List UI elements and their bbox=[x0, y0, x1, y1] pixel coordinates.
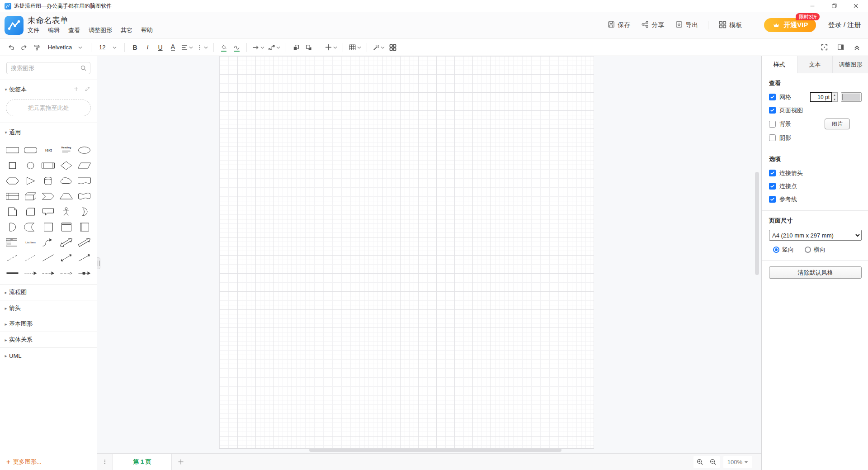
sidebar-section-实体关系[interactable]: ▸实体关系 bbox=[0, 332, 97, 347]
horizontal-scrollbar[interactable] bbox=[309, 448, 561, 452]
shape-list[interactable]: List bbox=[4, 236, 22, 249]
shape-callout[interactable] bbox=[39, 205, 57, 218]
shape-parallelogram[interactable] bbox=[75, 159, 93, 172]
shape-arrow-with-box[interactable] bbox=[75, 266, 93, 280]
shape-process[interactable] bbox=[39, 159, 57, 172]
grid-checkbox[interactable] bbox=[769, 94, 776, 100]
orientation-横向[interactable]: 横向 bbox=[805, 246, 826, 254]
fill-color-button[interactable] bbox=[218, 42, 230, 53]
shape-cube[interactable] bbox=[22, 190, 40, 203]
shape-rounded-rectangle[interactable] bbox=[22, 143, 40, 157]
fullscreen-button[interactable] bbox=[818, 42, 830, 53]
redo-button[interactable] bbox=[18, 42, 30, 53]
shape-cloud[interactable] bbox=[57, 174, 75, 187]
zoom-out-button[interactable] bbox=[707, 456, 720, 468]
close-button[interactable] bbox=[852, 2, 860, 10]
shape-titled-container[interactable] bbox=[57, 220, 75, 233]
more-shapes-link[interactable]: + 更多图形... bbox=[0, 453, 97, 470]
arrow-button[interactable] bbox=[251, 42, 266, 53]
shape-dashed-edge-2[interactable] bbox=[39, 266, 57, 280]
shape-curve[interactable] bbox=[39, 236, 57, 249]
sidebar-section-箭头[interactable]: ▸箭头 bbox=[0, 300, 97, 316]
menu-item-4[interactable]: 其它 bbox=[121, 26, 132, 34]
shape-rectangle[interactable] bbox=[4, 143, 22, 157]
shape-directional-connector[interactable] bbox=[75, 251, 93, 264]
连接箭头-checkbox[interactable] bbox=[769, 170, 776, 176]
panel-right-button[interactable] bbox=[835, 42, 846, 53]
font-color-button[interactable]: A bbox=[167, 42, 179, 53]
shape-tape[interactable] bbox=[75, 190, 93, 203]
shape-hexagon[interactable] bbox=[4, 174, 22, 187]
scratchpad-add-icon[interactable] bbox=[73, 86, 79, 93]
overflow-dots-button[interactable] bbox=[195, 42, 209, 53]
connector-button[interactable] bbox=[267, 42, 282, 53]
add-page-button[interactable] bbox=[172, 454, 190, 470]
search-icon[interactable] bbox=[80, 65, 87, 71]
shape-dashed-edge[interactable] bbox=[22, 266, 40, 280]
shape-or[interactable] bbox=[75, 205, 93, 218]
panel-tab-文本[interactable]: 文本 bbox=[797, 56, 833, 73]
zoom-in-button[interactable] bbox=[693, 456, 707, 468]
bold-button[interactable]: B bbox=[129, 42, 141, 53]
shape-dashed-line[interactable] bbox=[4, 251, 22, 264]
stepper-up-icon[interactable]: ▲ bbox=[832, 93, 837, 97]
shape-vertical-container[interactable] bbox=[75, 220, 93, 233]
grid-color-swatch[interactable] bbox=[841, 92, 862, 102]
shape-text[interactable]: Text bbox=[39, 143, 57, 157]
shape-document[interactable] bbox=[75, 174, 93, 187]
shape-note[interactable] bbox=[4, 205, 22, 218]
shape-internal-storage[interactable] bbox=[4, 190, 22, 203]
font-size-dropdown[interactable]: 12 bbox=[95, 42, 120, 53]
page-tab[interactable]: 第 1 页 bbox=[113, 454, 172, 470]
to-front-button[interactable] bbox=[290, 42, 302, 53]
参考线-checkbox[interactable] bbox=[769, 196, 776, 203]
diagram-canvas[interactable] bbox=[97, 56, 761, 453]
menu-item-2[interactable]: 查看 bbox=[68, 26, 80, 34]
page-size-select[interactable]: A4 (210 mm x 297 mm) bbox=[769, 230, 862, 241]
line-style-button[interactable] bbox=[231, 42, 242, 53]
zoom-level-dropdown[interactable]: 100% bbox=[723, 459, 752, 465]
shape-and[interactable] bbox=[4, 220, 22, 233]
underline-button[interactable]: U bbox=[154, 42, 166, 53]
shape-triangle[interactable] bbox=[22, 174, 40, 187]
panel-tab-调整图形[interactable]: 调整图形 bbox=[833, 56, 868, 73]
undo-button[interactable] bbox=[5, 42, 17, 53]
collapse-up-button[interactable] bbox=[851, 42, 863, 53]
table-button[interactable] bbox=[347, 42, 363, 53]
menu-item-3[interactable]: 调整图形 bbox=[89, 26, 112, 34]
italic-button[interactable]: I bbox=[142, 42, 153, 53]
scratchpad-dropzone[interactable]: 把元素拖至此处 bbox=[6, 100, 91, 116]
align-button[interactable] bbox=[179, 42, 194, 53]
shape-cylinder[interactable] bbox=[39, 174, 57, 187]
shape-dotted-line[interactable] bbox=[22, 251, 40, 264]
orientation-竖向[interactable]: 竖向 bbox=[773, 246, 794, 254]
minimize-button[interactable] bbox=[808, 2, 816, 10]
shape-dotted-edge[interactable] bbox=[57, 266, 75, 280]
shape-circle[interactable] bbox=[22, 159, 40, 172]
wand-button[interactable] bbox=[371, 42, 386, 53]
template-button[interactable]: 模板 bbox=[718, 20, 742, 30]
shape-arrow-shape[interactable] bbox=[75, 236, 93, 249]
shape-bidirectional-connector[interactable] bbox=[57, 251, 75, 264]
general-section-header[interactable]: ▾ 通用 bbox=[0, 123, 97, 142]
shape-square[interactable] bbox=[4, 159, 22, 172]
grid-size-input[interactable] bbox=[810, 92, 832, 102]
clear-default-style-button[interactable]: 清除默认风格 bbox=[769, 266, 862, 279]
shape-container[interactable] bbox=[39, 220, 57, 233]
panel-tab-样式[interactable]: 样式 bbox=[762, 56, 797, 73]
scratchpad-edit-icon[interactable] bbox=[85, 86, 90, 93]
sidebar-resize-handle[interactable] bbox=[97, 257, 100, 269]
shape-heading[interactable]: Heading bbox=[57, 143, 75, 157]
shape-bidirectional-arrow[interactable] bbox=[57, 236, 75, 249]
grid-size-stepper[interactable]: ▲▼ bbox=[832, 92, 838, 102]
shape-data-storage[interactable] bbox=[22, 220, 40, 233]
font-family-dropdown[interactable]: Helvetica bbox=[43, 42, 87, 53]
background-checkbox[interactable] bbox=[769, 121, 776, 128]
diagram-page[interactable] bbox=[219, 56, 594, 449]
连接点-checkbox[interactable] bbox=[769, 183, 776, 190]
shape-list-item[interactable]: List Item bbox=[22, 236, 40, 249]
login-register-link[interactable]: 登录 / 注册 bbox=[828, 21, 861, 29]
menu-item-1[interactable]: 编辑 bbox=[48, 26, 60, 34]
to-back-button[interactable] bbox=[303, 42, 315, 53]
sidebar-section-UML[interactable]: ▸UML bbox=[0, 347, 97, 363]
